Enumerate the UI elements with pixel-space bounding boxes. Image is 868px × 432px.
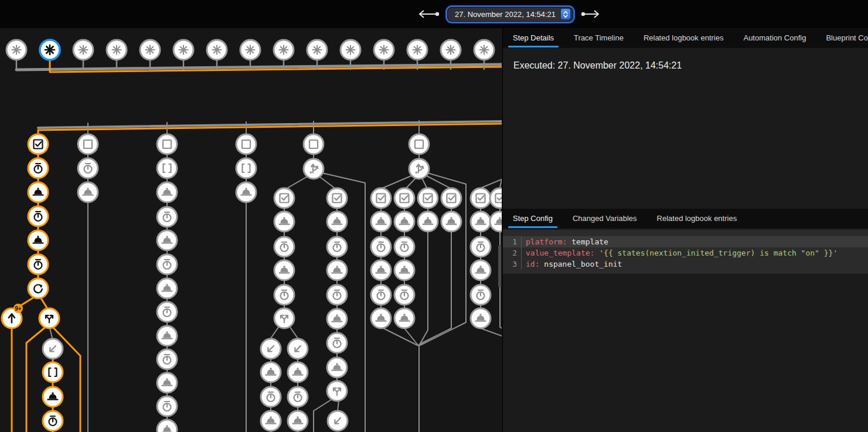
graph-node-service-call-icon[interactable] bbox=[441, 212, 461, 232]
graph-node-condition-blank-icon[interactable] bbox=[157, 134, 177, 154]
graph-node-delay-timer-icon[interactable] bbox=[157, 302, 177, 322]
graph-node-service-call-icon[interactable] bbox=[394, 308, 414, 328]
graph-node-service-call-icon[interactable] bbox=[471, 260, 491, 280]
graph-node-delay-timer-icon[interactable] bbox=[471, 237, 491, 257]
graph-node-choose-split-icon[interactable] bbox=[409, 159, 429, 179]
code-line[interactable]: 2value_template: '{{ states(nextion_init… bbox=[503, 247, 868, 258]
graph-node-delay-timer-icon[interactable] bbox=[327, 333, 347, 353]
graph-node-delay-timer-icon[interactable] bbox=[394, 285, 414, 305]
graph-node-choose-split-icon[interactable] bbox=[304, 159, 324, 179]
graph-node-branch-fork-icon[interactable] bbox=[274, 308, 294, 328]
graph-node-condition-checked-icon[interactable] bbox=[490, 188, 502, 208]
graph-node-branch-fork-icon[interactable] bbox=[327, 381, 347, 401]
graph-node-service-call-icon[interactable] bbox=[327, 309, 347, 329]
graph-node-delay-timer-icon[interactable] bbox=[157, 396, 177, 416]
graph-node-service-call-icon[interactable] bbox=[418, 212, 438, 232]
graph-node-condition-blank-icon[interactable] bbox=[409, 134, 429, 154]
graph-scrollbar[interactable] bbox=[498, 245, 501, 287]
graph-node-trigger-asterisk-icon[interactable] bbox=[40, 40, 60, 60]
graph-node-condition-checked-icon[interactable] bbox=[471, 188, 491, 208]
graph-node-service-call-icon[interactable] bbox=[261, 411, 281, 431]
graph-node-trigger-asterisk-icon[interactable] bbox=[441, 40, 461, 60]
graph-node-service-call-icon[interactable] bbox=[236, 182, 256, 202]
graph-node-service-call-icon[interactable] bbox=[157, 326, 177, 346]
graph-node-delay-timer-icon[interactable] bbox=[78, 158, 98, 178]
graph-node-service-call-icon[interactable] bbox=[471, 308, 491, 328]
graph-node-service-call-icon[interactable] bbox=[394, 212, 414, 232]
graph-node-code-brackets-icon[interactable] bbox=[236, 158, 256, 178]
graph-node-service-call-icon[interactable] bbox=[157, 420, 177, 432]
graph-node-delay-timer-icon[interactable] bbox=[28, 158, 48, 178]
graph-node-service-call-icon[interactable] bbox=[157, 278, 177, 298]
graph-node-trigger-asterisk-icon[interactable] bbox=[140, 40, 160, 60]
graph-node-condition-blank-icon[interactable] bbox=[236, 134, 256, 154]
graph-node-trigger-asterisk-icon[interactable] bbox=[173, 40, 193, 60]
graph-node-condition-checked-icon[interactable] bbox=[394, 188, 414, 208]
graph-node-service-call-icon[interactable] bbox=[371, 260, 391, 280]
code-line[interactable]: 3id: nspanel_boot_init bbox=[503, 258, 868, 270]
graph-node-delay-timer-icon[interactable] bbox=[371, 237, 391, 257]
graph-node-service-call-icon[interactable] bbox=[261, 362, 281, 382]
subtab-related-logbook-entries[interactable]: Related logbook entries bbox=[647, 209, 747, 228]
graph-node-delay-timer-icon[interactable] bbox=[274, 237, 294, 257]
graph-node-condition-blank-icon[interactable] bbox=[78, 134, 98, 154]
graph-node-service-call-icon[interactable] bbox=[371, 212, 391, 232]
graph-node-service-call-icon[interactable] bbox=[274, 212, 294, 232]
graph-node-trigger-asterisk-icon[interactable] bbox=[73, 40, 93, 60]
graph-node-delay-timer-icon[interactable] bbox=[327, 237, 347, 257]
graph-node-delay-timer-icon[interactable] bbox=[274, 285, 294, 305]
graph-node-service-call-icon[interactable] bbox=[327, 212, 347, 232]
graph-node-trigger-asterisk-icon[interactable] bbox=[341, 40, 360, 60]
tab-automation-config[interactable]: Automation Config bbox=[733, 28, 816, 47]
graph-node-trigger-asterisk-icon[interactable] bbox=[107, 40, 127, 60]
graph-node-service-call-icon[interactable] bbox=[327, 358, 347, 377]
graph-node-delay-timer-icon[interactable] bbox=[43, 411, 63, 431]
graph-node-delay-timer-icon[interactable] bbox=[28, 206, 48, 226]
graph-node-arrow-bottom-left-icon[interactable] bbox=[288, 339, 308, 359]
graph-node-delay-timer-icon[interactable] bbox=[261, 387, 281, 407]
graph-node-code-brackets-icon[interactable] bbox=[43, 362, 63, 382]
graph-node-service-call-icon[interactable] bbox=[157, 373, 177, 393]
graph-node-delay-timer-icon[interactable] bbox=[471, 285, 491, 305]
graph-node-repeat-icon[interactable] bbox=[28, 278, 48, 298]
graph-node-service-call-icon[interactable] bbox=[28, 182, 48, 202]
next-run-arrow-icon[interactable] bbox=[581, 9, 601, 19]
graph-node-condition-checked-icon[interactable] bbox=[28, 134, 48, 154]
graph-node-service-call-icon[interactable] bbox=[274, 260, 294, 280]
graph-node-delay-timer-icon[interactable] bbox=[157, 207, 177, 227]
graph-node-service-call-icon[interactable] bbox=[288, 362, 308, 382]
code-line[interactable]: 1platform: template bbox=[503, 236, 868, 247]
graph-node-trigger-asterisk-icon[interactable] bbox=[474, 40, 494, 60]
graph-node-trigger-asterisk-icon[interactable] bbox=[240, 40, 260, 60]
graph-node-service-call-icon[interactable] bbox=[288, 411, 308, 431]
subtab-step-config[interactable]: Step Config bbox=[503, 209, 563, 228]
tab-step-details[interactable]: Step Details bbox=[503, 28, 564, 47]
run-picker-select[interactable]: 27. November 2022, 14:54:21 bbox=[448, 8, 573, 21]
graph-node-delay-timer-icon[interactable] bbox=[394, 237, 414, 257]
graph-node-service-call-icon[interactable] bbox=[490, 212, 502, 232]
graph-node-delay-timer-icon[interactable] bbox=[371, 285, 391, 305]
graph-node-trigger-asterisk-icon[interactable] bbox=[374, 40, 394, 60]
graph-node-code-brackets-icon[interactable] bbox=[157, 158, 177, 178]
yaml-code-editor[interactable]: 1platform: template2value_template: '{{ … bbox=[503, 230, 868, 274]
graph-node-trigger-asterisk-icon[interactable] bbox=[6, 40, 26, 60]
graph-node-delay-timer-icon[interactable] bbox=[288, 387, 308, 407]
graph-node-arrow-bottom-left-icon[interactable] bbox=[328, 411, 348, 431]
graph-node-service-call-icon[interactable] bbox=[394, 260, 414, 280]
graph-node-delay-timer-icon[interactable] bbox=[157, 254, 177, 274]
graph-node-trigger-asterisk-icon[interactable] bbox=[274, 40, 294, 60]
graph-node-service-call-icon[interactable] bbox=[78, 182, 98, 202]
graph-node-condition-checked-icon[interactable] bbox=[418, 188, 438, 208]
graph-node-service-call-icon[interactable] bbox=[43, 387, 63, 407]
tab-trace-timeline[interactable]: Trace Timeline bbox=[564, 28, 634, 47]
graph-node-service-call-icon[interactable] bbox=[327, 260, 347, 280]
graph-node-delay-timer-icon[interactable] bbox=[327, 285, 347, 305]
subtab-changed-variables[interactable]: Changed Variables bbox=[563, 209, 647, 228]
tab-blueprint-config[interactable]: Blueprint Config bbox=[816, 28, 868, 47]
graph-node-condition-checked-icon[interactable] bbox=[327, 188, 347, 208]
graph-node-condition-checked-icon[interactable] bbox=[441, 188, 461, 208]
graph-node-condition-checked-icon[interactable] bbox=[274, 188, 294, 208]
graph-node-delay-timer-icon[interactable] bbox=[28, 254, 48, 274]
graph-node-service-call-icon[interactable] bbox=[157, 230, 177, 250]
graph-node-trigger-asterisk-icon[interactable] bbox=[307, 40, 327, 60]
